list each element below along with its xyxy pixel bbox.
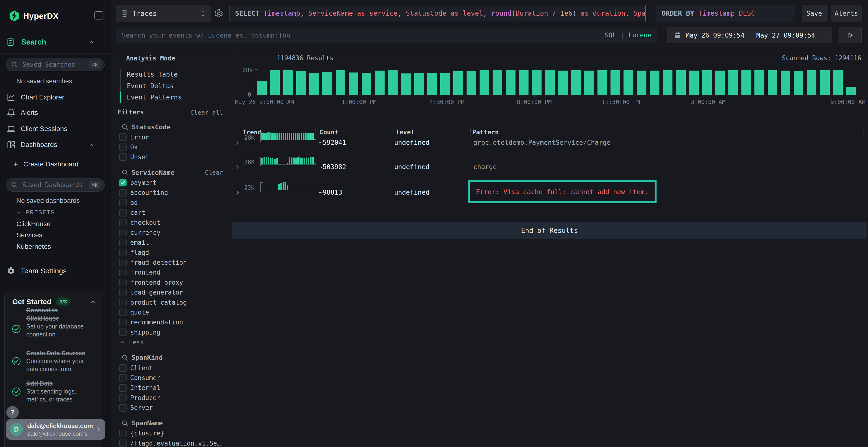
histogram-bar[interactable] bbox=[597, 70, 607, 95]
histogram-bar[interactable] bbox=[846, 87, 856, 95]
lucene-toggle[interactable]: Lucene bbox=[628, 32, 651, 39]
search-input[interactable]: Search your events w/ Lucene ex. column:… bbox=[116, 27, 657, 43]
histogram-bar[interactable] bbox=[650, 71, 659, 95]
filter-option-load-generator[interactable]: load-generator bbox=[111, 287, 232, 297]
histogram-bar[interactable] bbox=[336, 70, 345, 95]
histogram-bar[interactable] bbox=[611, 70, 620, 95]
filter-option-product-catalog[interactable]: product-catalog bbox=[111, 298, 232, 307]
sidebar-item-alerts[interactable]: Alerts bbox=[7, 107, 104, 118]
sql-toggle[interactable]: SQL bbox=[605, 32, 616, 39]
analysis-mode-event-patterns[interactable]: Event Patterns bbox=[111, 92, 232, 103]
histogram-bar[interactable] bbox=[807, 70, 816, 95]
expand-row-chevron[interactable] bbox=[234, 164, 241, 171]
filter-option--flagd-evaluation-v1-se-[interactable]: /flagd.evaluation.v1.Se… bbox=[111, 438, 232, 447]
checkbox[interactable] bbox=[119, 299, 127, 306]
checkbox[interactable] bbox=[119, 394, 127, 402]
histogram-bar[interactable] bbox=[754, 70, 764, 95]
histogram-bar[interactable] bbox=[741, 70, 751, 95]
histogram-bar[interactable] bbox=[467, 71, 476, 95]
checkbox[interactable] bbox=[119, 374, 127, 381]
saved-dashboards-input[interactable]: Saved Dashboards ⌘K bbox=[6, 178, 105, 192]
filter-option-ad[interactable]: ad bbox=[111, 198, 232, 208]
checkbox[interactable] bbox=[119, 229, 127, 236]
checkbox[interactable] bbox=[119, 219, 127, 227]
facet-header[interactable]: SpanName bbox=[111, 418, 232, 428]
checkbox[interactable] bbox=[119, 189, 127, 197]
get-started-item[interactable]: Add DataStart sending logs, metrics, or … bbox=[26, 379, 89, 403]
sidebar-item-team-settings[interactable]: Team Settings bbox=[7, 265, 104, 277]
checkbox[interactable] bbox=[119, 279, 127, 286]
expand-row-chevron[interactable] bbox=[234, 189, 241, 196]
histogram-bar[interactable] bbox=[571, 70, 581, 95]
facet-header[interactable]: ServiceNameClear bbox=[111, 167, 232, 178]
histogram-bar[interactable] bbox=[427, 73, 437, 95]
histogram-bar[interactable] bbox=[623, 70, 633, 95]
histogram-bar[interactable] bbox=[309, 73, 319, 95]
histogram-bar[interactable] bbox=[558, 71, 568, 95]
filter-option-producer[interactable]: Producer bbox=[111, 393, 232, 403]
checkbox[interactable] bbox=[119, 179, 127, 186]
filter-option-checkout[interactable]: checkout bbox=[111, 218, 232, 228]
source-select[interactable]: Traces bbox=[116, 5, 211, 22]
filter-option-fraud-detection[interactable]: fraud-detection bbox=[111, 257, 232, 267]
order-by-editor[interactable]: ORDER BY Timestamp DESC bbox=[656, 5, 795, 22]
show-less-button[interactable]: Less bbox=[111, 337, 232, 347]
filter-option-unset[interactable]: Unset bbox=[111, 152, 232, 162]
pattern-row[interactable]: 28K~592041undefinedgrpc.oteldemo.Payment… bbox=[232, 133, 868, 158]
filter-option-quote[interactable]: quote bbox=[111, 307, 232, 317]
sidebar-item-chart-explorer[interactable]: Chart Explorer bbox=[7, 92, 104, 103]
alerts-button[interactable]: Alerts bbox=[831, 5, 862, 22]
filter-option-accounting[interactable]: accounting bbox=[111, 188, 232, 198]
histogram-bar[interactable] bbox=[519, 70, 528, 95]
histogram-bar[interactable] bbox=[532, 70, 541, 95]
filter-option-ok[interactable]: Ok bbox=[111, 142, 232, 152]
histogram-bar[interactable] bbox=[479, 70, 489, 95]
filter-option-error[interactable]: Error bbox=[111, 132, 232, 142]
histogram-bar[interactable] bbox=[401, 73, 411, 95]
histogram-bar[interactable] bbox=[820, 70, 830, 95]
histogram-bar[interactable] bbox=[506, 70, 516, 95]
checkbox[interactable] bbox=[119, 329, 127, 336]
clear-all-filters-button[interactable]: Clear all bbox=[190, 109, 223, 116]
save-button[interactable]: Save bbox=[802, 5, 827, 22]
sql-select-editor[interactable]: SELECT Timestamp, ServiceName as service… bbox=[229, 5, 646, 22]
checkbox[interactable] bbox=[119, 249, 127, 256]
histogram-bar[interactable] bbox=[545, 70, 555, 95]
checkbox[interactable] bbox=[119, 199, 127, 206]
checkbox[interactable] bbox=[119, 259, 127, 266]
user-menu[interactable]: D dale@clickhouse.com dale@clickhouse.co… bbox=[6, 419, 105, 440]
histogram-bar[interactable] bbox=[322, 72, 332, 95]
preset-dashboard-clickhouse[interactable]: ClickHouse bbox=[17, 219, 51, 229]
histogram-bar[interactable] bbox=[493, 70, 502, 95]
facet-clear-button[interactable]: Clear bbox=[205, 169, 223, 176]
filter-option-frontend-proxy[interactable]: frontend-proxy bbox=[111, 277, 232, 287]
histogram-bar[interactable] bbox=[296, 71, 306, 95]
histogram-bar[interactable] bbox=[283, 70, 293, 95]
checkbox[interactable] bbox=[119, 269, 127, 276]
checkbox[interactable] bbox=[119, 309, 127, 316]
filter-option-flagd[interactable]: flagd bbox=[111, 248, 232, 257]
histogram-bar[interactable] bbox=[388, 70, 398, 95]
analysis-mode-event-deltas[interactable]: Event Deltas bbox=[111, 80, 232, 92]
histogram-bar[interactable] bbox=[702, 70, 712, 95]
sidebar-item-search[interactable]: Search bbox=[7, 36, 104, 48]
histogram-bar[interactable] bbox=[768, 70, 777, 95]
pattern-text-highlighted[interactable]: Error: Visa cache full: cannot add new i… bbox=[468, 180, 656, 203]
analysis-mode-results-table[interactable]: Results Table bbox=[111, 69, 232, 80]
histogram-bar[interactable] bbox=[715, 71, 725, 95]
facet-header[interactable]: StatusCode bbox=[111, 122, 232, 132]
checkbox[interactable] bbox=[119, 429, 127, 437]
sidebar-item-dashboards[interactable]: Dashboards bbox=[7, 139, 104, 150]
histogram-bar[interactable] bbox=[728, 70, 738, 95]
checkbox[interactable] bbox=[119, 440, 127, 447]
facet-header[interactable]: SpanKind bbox=[111, 352, 232, 363]
histogram-bar[interactable] bbox=[663, 70, 673, 95]
checkbox[interactable] bbox=[119, 153, 127, 161]
preset-dashboard-kubernetes[interactable]: Kubernetes bbox=[17, 241, 51, 252]
sidebar-item-client-sessions[interactable]: Client Sessions bbox=[7, 123, 104, 135]
histogram-bar[interactable] bbox=[833, 70, 843, 95]
histogram-bar[interactable] bbox=[349, 72, 358, 95]
get-started-item[interactable]: Create Data SourcesConfigure where your … bbox=[26, 349, 89, 373]
checkbox[interactable] bbox=[119, 143, 127, 151]
filter-option-shipping[interactable]: shipping bbox=[111, 327, 232, 337]
